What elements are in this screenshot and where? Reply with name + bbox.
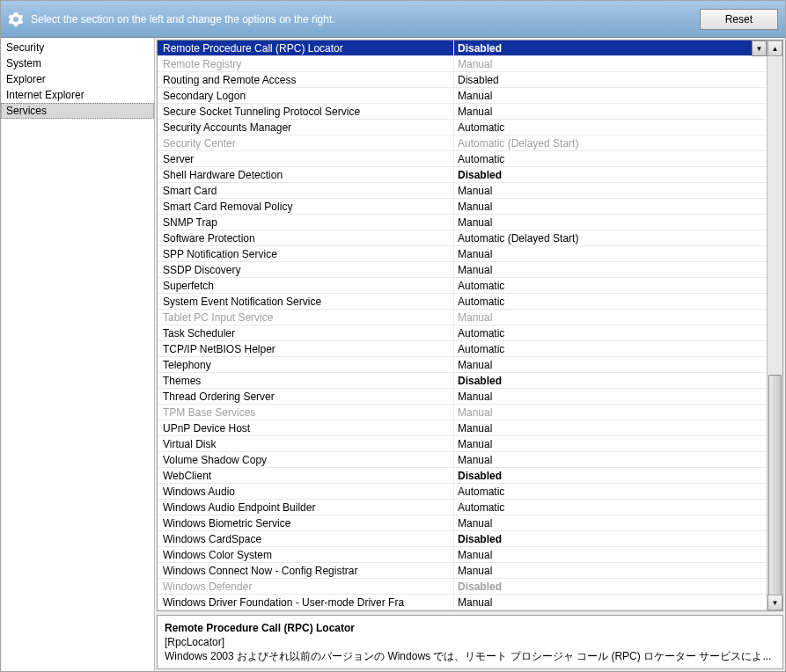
- service-value[interactable]: Automatic: [454, 151, 767, 166]
- service-value[interactable]: Automatic: [454, 500, 767, 515]
- service-value[interactable]: Automatic: [454, 325, 767, 340]
- service-row[interactable]: TPM Base ServicesManual: [158, 405, 767, 420]
- service-value[interactable]: Disabled: [454, 531, 767, 546]
- service-value[interactable]: Automatic: [454, 484, 767, 499]
- service-row[interactable]: Security CenterAutomatic (Delayed Start): [158, 135, 767, 151]
- service-value[interactable]: Disabled: [454, 579, 767, 594]
- service-value[interactable]: Disabled: [454, 167, 767, 182]
- service-row[interactable]: Secure Socket Tunneling Protocol Service…: [158, 104, 767, 120]
- service-value[interactable]: Automatic (Delayed Start): [454, 230, 767, 245]
- service-row[interactable]: Shell Hardware DetectionDisabled: [158, 167, 767, 183]
- service-name: Thread Ordering Server: [158, 389, 454, 404]
- scroll-up-button[interactable]: ▲: [768, 40, 782, 56]
- service-value[interactable]: Manual: [454, 262, 767, 277]
- service-value[interactable]: Manual: [454, 310, 767, 325]
- service-value[interactable]: Manual: [454, 452, 767, 467]
- service-row[interactable]: Windows Color SystemManual: [158, 547, 767, 563]
- service-value[interactable]: Manual: [454, 389, 767, 404]
- service-row[interactable]: Smart CardManual: [158, 183, 767, 199]
- service-name: WebClient: [158, 468, 454, 483]
- service-name: Windows Driver Foundation - User-mode Dr…: [158, 595, 454, 610]
- service-value[interactable]: Manual: [454, 88, 767, 103]
- service-row[interactable]: Windows DefenderDisabled: [158, 579, 767, 595]
- service-value[interactable]: Manual: [454, 515, 767, 530]
- service-value[interactable]: Manual: [454, 56, 767, 71]
- value-dropdown-button[interactable]: ▼: [752, 40, 767, 56]
- service-row[interactable]: Secondary LogonManual: [158, 88, 767, 104]
- service-value[interactable]: Manual: [454, 420, 767, 435]
- vertical-scrollbar[interactable]: ▲ ▼: [767, 40, 782, 610]
- services-table: Remote Procedure Call (RPC) LocatorDisab…: [157, 40, 783, 611]
- service-row[interactable]: Windows CardSpaceDisabled: [158, 531, 767, 547]
- scroll-down-button[interactable]: ▼: [768, 595, 782, 610]
- section-sidebar: SecuritySystemExplorerInternet ExplorerS…: [1, 38, 155, 671]
- service-row[interactable]: SuperfetchAutomatic: [158, 278, 767, 294]
- service-row[interactable]: Virtual DiskManual: [158, 436, 767, 452]
- service-row[interactable]: Task SchedulerAutomatic: [158, 325, 767, 341]
- service-name: TCP/IP NetBIOS Helper: [158, 341, 454, 356]
- service-row[interactable]: Windows Audio Endpoint BuilderAutomatic: [158, 500, 767, 515]
- service-row[interactable]: UPnP Device HostManual: [158, 420, 767, 436]
- sidebar-item-security[interactable]: Security: [1, 40, 154, 55]
- main-area: SecuritySystemExplorerInternet ExplorerS…: [1, 38, 785, 671]
- service-row[interactable]: SNMP TrapManual: [158, 215, 767, 230]
- service-value[interactable]: Disabled: [454, 373, 767, 388]
- description-internal-name: [RpcLocator]: [165, 635, 775, 649]
- service-row[interactable]: Remote RegistryManual: [158, 56, 767, 72]
- service-row[interactable]: ServerAutomatic: [158, 151, 767, 167]
- service-value[interactable]: Manual: [454, 183, 767, 198]
- service-value[interactable]: Automatic: [454, 341, 767, 356]
- service-value[interactable]: Manual: [454, 246, 767, 261]
- service-value[interactable]: Manual: [454, 547, 767, 562]
- service-name: TPM Base Services: [158, 405, 454, 420]
- service-row[interactable]: Smart Card Removal PolicyManual: [158, 199, 767, 215]
- service-value[interactable]: Disabled: [454, 72, 767, 87]
- scroll-thumb[interactable]: [768, 375, 782, 611]
- sidebar-item-internet-explorer[interactable]: Internet Explorer: [1, 87, 154, 103]
- service-row[interactable]: Thread Ordering ServerManual: [158, 389, 767, 405]
- sidebar-item-services[interactable]: Services: [1, 103, 154, 119]
- service-name: Tablet PC Input Service: [158, 310, 454, 325]
- service-value[interactable]: Automatic: [454, 294, 767, 309]
- service-value[interactable]: Manual: [454, 199, 767, 214]
- service-row[interactable]: Windows Driver Foundation - User-mode Dr…: [158, 595, 767, 610]
- service-row[interactable]: Windows Biometric ServiceManual: [158, 515, 767, 531]
- sidebar-item-system[interactable]: System: [1, 55, 154, 71]
- service-value[interactable]: Manual: [454, 104, 767, 119]
- service-value[interactable]: Manual: [454, 405, 767, 420]
- service-row[interactable]: Routing and Remote AccessDisabled: [158, 72, 767, 88]
- reset-button[interactable]: Reset: [700, 9, 778, 30]
- service-row[interactable]: Windows AudioAutomatic: [158, 484, 767, 500]
- service-row[interactable]: TelephonyManual: [158, 357, 767, 373]
- service-value[interactable]: Disabled: [454, 468, 767, 483]
- service-name: Windows CardSpace: [158, 531, 454, 546]
- service-name: Shell Hardware Detection: [158, 167, 454, 182]
- service-value[interactable]: Disabled: [454, 40, 767, 55]
- service-row[interactable]: Tablet PC Input ServiceManual: [158, 310, 767, 325]
- sidebar-item-explorer[interactable]: Explorer: [1, 71, 154, 87]
- service-row[interactable]: SSDP DiscoveryManual: [158, 262, 767, 278]
- service-row[interactable]: Windows Connect Now - Config RegistrarMa…: [158, 563, 767, 579]
- service-row[interactable]: Volume Shadow CopyManual: [158, 452, 767, 468]
- service-value[interactable]: Manual: [454, 436, 767, 451]
- service-row[interactable]: Software ProtectionAutomatic (Delayed St…: [158, 230, 767, 246]
- service-row[interactable]: Remote Procedure Call (RPC) LocatorDisab…: [158, 40, 767, 56]
- service-row[interactable]: ThemesDisabled: [158, 373, 767, 389]
- service-value[interactable]: Automatic (Delayed Start): [454, 135, 767, 150]
- service-name: Windows Audio: [158, 484, 454, 499]
- service-name: Secondary Logon: [158, 88, 454, 103]
- service-value[interactable]: Manual: [454, 215, 767, 230]
- service-row[interactable]: TCP/IP NetBIOS HelperAutomatic: [158, 341, 767, 357]
- service-value[interactable]: Manual: [454, 563, 767, 578]
- service-value[interactable]: Manual: [454, 357, 767, 372]
- service-row[interactable]: WebClientDisabled: [158, 468, 767, 484]
- service-name: Software Protection: [158, 230, 454, 245]
- service-value[interactable]: Manual: [454, 595, 767, 610]
- service-name: Themes: [158, 373, 454, 388]
- service-row[interactable]: System Event Notification ServiceAutomat…: [158, 294, 767, 310]
- service-name: Smart Card Removal Policy: [158, 199, 454, 214]
- service-value[interactable]: Automatic: [454, 120, 767, 135]
- service-row[interactable]: SPP Notification ServiceManual: [158, 246, 767, 262]
- service-value[interactable]: Automatic: [454, 278, 767, 293]
- service-row[interactable]: Security Accounts ManagerAutomatic: [158, 120, 767, 135]
